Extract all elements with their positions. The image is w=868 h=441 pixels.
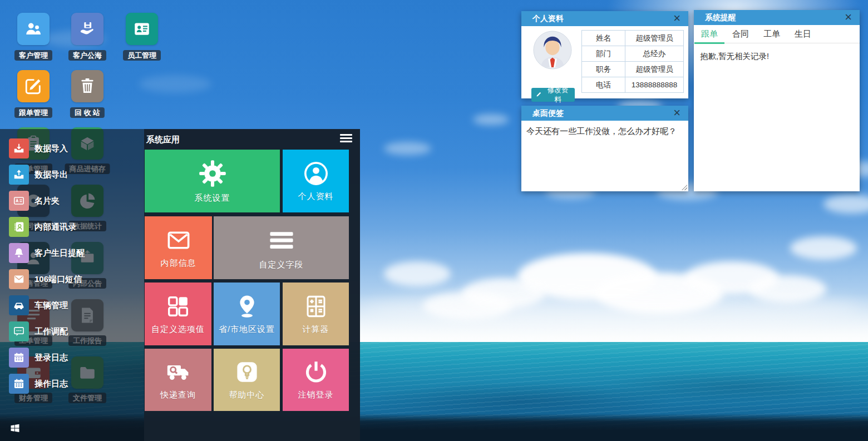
menu-item-数据导出[interactable]: 数据导出	[9, 165, 68, 185]
tile-label: 注销登录	[298, 390, 334, 400]
chat-icon	[9, 321, 29, 341]
reminder-tab-生日[interactable]: 生日	[787, 25, 818, 43]
menu-item-106端口短信[interactable]: 106端口短信	[9, 269, 82, 289]
desktop-icon-员工管理[interactable]	[126, 13, 158, 45]
field-label: 姓名	[582, 31, 625, 46]
menu-item-label: 内部通讯录	[34, 222, 76, 232]
tile-label: 系统设置	[195, 193, 230, 204]
windows-logo-icon	[9, 423, 21, 434]
calendar-icon	[9, 348, 29, 368]
profile-panel-body: 修改资料 姓名超级管理员部门总经办职务超级管理员电话13888888888	[521, 26, 688, 98]
tile-快递查询[interactable]: 快递查询	[145, 349, 211, 411]
tile-个人资料[interactable]: 个人资料	[283, 150, 349, 212]
tile-内部信息[interactable]: 内部信息	[145, 216, 212, 279]
edit-icon	[535, 91, 544, 98]
reminder-tab-工单[interactable]: 工单	[756, 25, 787, 43]
desktop-icon-客户公海[interactable]	[71, 13, 103, 45]
field-value: 13888888888	[625, 77, 684, 93]
profile-row-职务: 职务超级管理员	[582, 62, 684, 77]
recycle-bin-icon	[78, 77, 97, 96]
start-menu-overlay: 数据导入数据导出名片夹内部通讯录客户生日提醒106端口短信车辆管理工作调配登录日…	[0, 129, 360, 441]
tile-自定义选项值[interactable]: 自定义选项值	[145, 283, 211, 345]
profile-row-姓名: 姓名超级管理员	[582, 31, 684, 46]
help-bulb-icon	[234, 359, 260, 385]
profile-panel-header: 个人资料 ×	[521, 11, 688, 26]
tile-label: 快递查询	[160, 390, 196, 400]
tile-label: 省/市地区设置	[219, 324, 275, 335]
reminder-tab-合同[interactable]: 合同	[725, 25, 756, 43]
close-icon[interactable]: ×	[671, 106, 683, 121]
menu-item-label: 车辆管理	[34, 300, 68, 311]
profile-table: 姓名超级管理员部门总经办职务超级管理员电话13888888888	[581, 30, 684, 93]
windows-start-button[interactable]	[9, 423, 21, 434]
bell-icon	[9, 243, 29, 263]
menu-item-label: 客户生日提醒	[34, 248, 85, 259]
note-panel-header: 桌面便签 ×	[521, 106, 688, 121]
desktop-icon-label: 跟单管理	[14, 107, 52, 118]
tile-label: 帮助中心	[229, 390, 265, 400]
tile-label: 自定义选项值	[151, 324, 205, 335]
menu-item-操作日志[interactable]: 操作日志	[9, 374, 68, 394]
reminder-empty-message: 抱歉,暂无相关记录!	[700, 51, 769, 62]
reminder-tab-跟单[interactable]: 跟单	[694, 25, 725, 43]
menu-item-label: 工作调配	[34, 326, 68, 337]
profile-panel: 个人资料 × 修改资料 姓名超级管理员部门总经办职务超级管理员电话1388888…	[521, 11, 688, 98]
user-avatar	[530, 31, 575, 70]
profile-row-电话: 电话13888888888	[582, 77, 684, 93]
import-icon	[9, 138, 29, 158]
menu-item-label: 数据导入	[34, 143, 68, 154]
squares-icon	[165, 294, 191, 319]
tile-帮助中心[interactable]: 帮助中心	[214, 349, 280, 411]
close-icon[interactable]: ×	[671, 11, 683, 26]
menu-item-客户生日提醒[interactable]: 客户生日提醒	[9, 243, 85, 263]
menu-item-登录日志[interactable]: 登录日志	[9, 348, 68, 368]
menu-item-内部通讯录[interactable]: 内部通讯录	[9, 217, 76, 237]
reminder-panel-header: 系统提醒 ×	[694, 10, 860, 25]
menu-item-工作调配[interactable]: 工作调配	[9, 321, 68, 341]
menu-item-车辆管理[interactable]: 车辆管理	[9, 295, 68, 315]
menu-item-label: 操作日志	[34, 379, 68, 389]
hamburger-icon[interactable]	[340, 134, 352, 143]
tile-省/市地区设置[interactable]: 省/市地区设置	[214, 283, 280, 345]
desktop: 客户管理客户公海员工管理跟单管理回 收 站订单管理商品进销存合同管理数据统计销售…	[0, 0, 868, 441]
bars-icon	[267, 226, 296, 255]
export-icon	[9, 165, 29, 185]
customers-icon	[24, 19, 43, 38]
note-textarea[interactable]: 今天还有一些工作没做，怎么办才好呢？	[521, 121, 688, 191]
contacts-book-icon	[9, 217, 29, 237]
mail-icon	[166, 227, 191, 253]
customer-pool-icon	[78, 19, 97, 38]
tile-系统设置[interactable]: 系统设置	[145, 150, 280, 212]
express-truck-icon	[165, 359, 191, 385]
menu-item-名片夹[interactable]: 名片夹	[9, 191, 60, 211]
menu-item-label: 登录日志	[34, 353, 68, 363]
tile-自定义字段[interactable]: 自定义字段	[214, 216, 349, 279]
calendar-icon	[9, 374, 29, 394]
avatar	[530, 31, 575, 70]
reminder-tabs: 跟单合同工单生日	[694, 25, 860, 43]
car-icon	[9, 295, 29, 315]
profile-row-部门: 部门总经办	[582, 46, 684, 62]
desktop-icon-跟单管理[interactable]	[17, 70, 50, 102]
profile-circle-icon	[303, 161, 329, 186]
tile-label: 个人资料	[298, 191, 334, 202]
edit-profile-button[interactable]: 修改资料	[531, 88, 575, 102]
tile-label: 计算器	[303, 324, 329, 335]
close-icon[interactable]: ×	[842, 10, 854, 25]
menu-item-label: 106端口短信	[34, 274, 82, 285]
desktop-icon-回 收 站[interactable]	[71, 70, 103, 102]
field-value: 总经办	[625, 46, 684, 62]
note-panel-body: 今天还有一些工作没做，怎么办才好呢？	[521, 121, 688, 191]
tile-计算器[interactable]: 计算器	[283, 283, 349, 345]
desktop-note-panel: 桌面便签 × 今天还有一些工作没做，怎么办才好呢？	[521, 106, 688, 191]
apps-panel: 系统应用 系统设置个人资料内部信息自定义字段自定义选项值省/市地区设置计算器快递…	[144, 129, 360, 441]
note-panel-title: 桌面便签	[532, 108, 564, 118]
field-value: 超级管理员	[625, 62, 684, 77]
field-label: 电话	[582, 77, 625, 93]
tile-label: 内部信息	[161, 258, 196, 269]
tile-注销登录[interactable]: 注销登录	[283, 349, 349, 411]
menu-item-数据导入[interactable]: 数据导入	[9, 138, 68, 158]
system-reminder-panel: 系统提醒 × 跟单合同工单生日 抱歉,暂无相关记录!	[694, 10, 860, 191]
desktop-icon-客户管理[interactable]	[17, 13, 50, 45]
desktop-icon-label: 回 收 站	[70, 107, 105, 118]
